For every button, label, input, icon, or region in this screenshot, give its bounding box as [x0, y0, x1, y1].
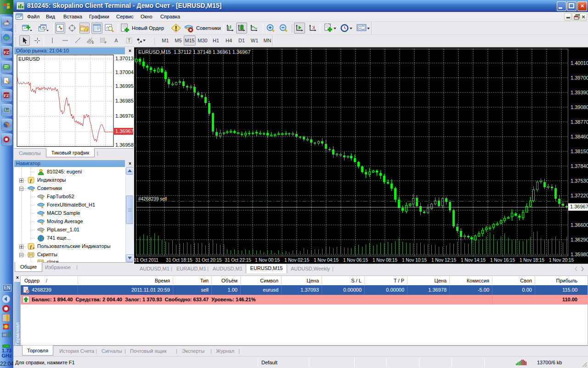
svg-text:E: E	[92, 41, 94, 44]
svg-text:T: T	[127, 38, 130, 43]
svg-text:FZ: FZ	[4, 50, 9, 55]
svg-text:F: F	[105, 41, 107, 44]
svg-text:+: +	[33, 246, 35, 250]
svg-text:A: A	[114, 38, 118, 43]
svg-text:FZ: FZ	[4, 93, 9, 98]
